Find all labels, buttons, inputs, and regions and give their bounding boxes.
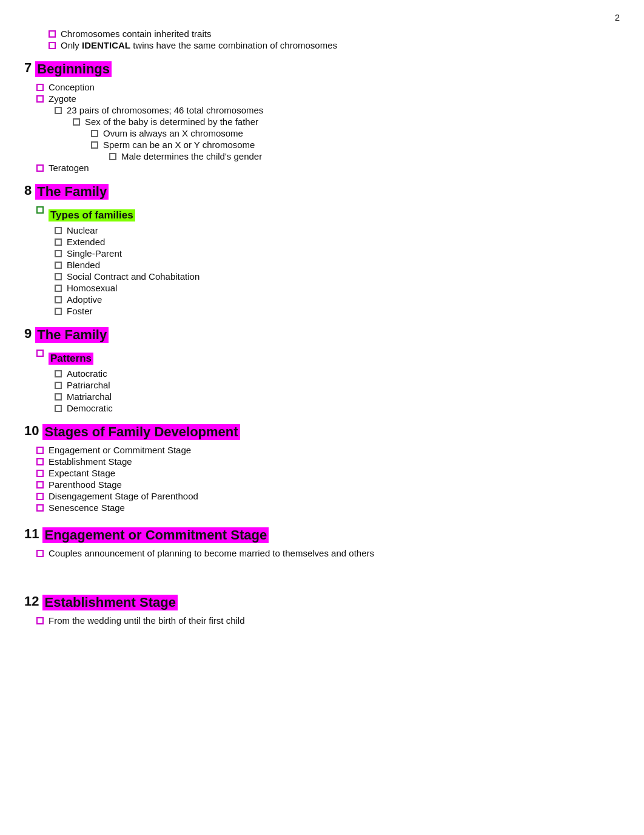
section-8-number: 8 [24, 183, 32, 198]
section-10: 10 Stages of Family Development Engageme… [24, 419, 620, 513]
section-7: 7 Beginnings Conception Zygote 23 pairs … [24, 56, 620, 173]
bullet-conception: Conception [24, 82, 620, 92]
spacer [24, 559, 620, 584]
section-12-title-row: 12 Establishment Stage [24, 590, 620, 613]
subsection-types-title: Types of families [24, 205, 620, 224]
bullet-couples-announcement: Couples announcement of planning to beco… [24, 548, 620, 558]
bullet-teratogen: Teratogen [24, 163, 620, 173]
bullet-icon [55, 227, 62, 234]
bullet-icon [36, 206, 44, 214]
bullet-identical-twins: Only IDENTICAL twins have the same combi… [36, 40, 620, 50]
section-10-title: Stages of Family Development [42, 424, 240, 440]
bullet-single-parent: Single-Parent [24, 248, 620, 259]
bullet-icon [55, 250, 62, 257]
section-9-number: 9 [24, 326, 32, 342]
bullet-extended: Extended [24, 237, 620, 247]
bullet-icon [36, 164, 44, 172]
bullet-autocratic: Autocratic [24, 368, 620, 379]
bullet-icon [73, 118, 80, 126]
bullet-icon [36, 504, 44, 512]
bullet-social-contract: Social Contract and Cohabitation [24, 271, 620, 282]
section-12-number: 12 [24, 593, 39, 609]
bullet-parenthood-stage: Parenthood Stage [24, 479, 620, 490]
section-11-title: Engagement or Commitment Stage [42, 527, 269, 543]
intro-section: Chromosomes contain inherited traits Onl… [24, 29, 620, 50]
bullet-icon [55, 308, 62, 315]
bullet-icon [36, 447, 44, 454]
bullet-icon [109, 153, 116, 160]
bullet-adoptive: Adoptive [24, 294, 620, 305]
bullet-expectant-stage: Expectant Stage [24, 468, 620, 478]
bullet-icon [36, 84, 44, 91]
bullet-nuclear: Nuclear [24, 225, 620, 235]
page-number: 2 [24, 12, 620, 22]
bullet-icon [55, 382, 62, 389]
bullet-engagement-stage: Engagement or Commitment Stage [24, 445, 620, 455]
bullet-wedding-birth: From the wedding until the birth of thei… [24, 615, 620, 626]
bullet-icon [36, 617, 44, 624]
bullet-homosexual: Homosexual [24, 283, 620, 293]
section-11-title-row: 11 Engagement or Commitment Stage [24, 522, 620, 546]
section-7-title-row: 7 Beginnings [24, 56, 620, 79]
bullet-icon [91, 141, 98, 149]
section-7-number: 7 [24, 60, 32, 76]
section-11: 11 Engagement or Commitment Stage Couple… [24, 522, 620, 558]
bullet-icon [36, 350, 44, 357]
types-of-families-label: Types of families [49, 209, 135, 221]
section-8: 8 The Family Types of families Nuclear E… [24, 179, 620, 316]
section-7-title: Beginnings [35, 61, 112, 77]
section-10-title-row: 10 Stages of Family Development [24, 419, 620, 442]
bullet-sex-determined: Sex of the baby is determined by the fat… [24, 117, 620, 127]
bullet-icon [55, 296, 62, 303]
bullet-foster: Foster [24, 306, 620, 316]
bullet-icon [55, 393, 62, 401]
bullet-establishment-stage: Establishment Stage [24, 456, 620, 467]
section-8-title: The Family [35, 184, 109, 200]
subsection-patterns-title: Patterns [24, 348, 620, 367]
bullet-icon [49, 30, 56, 38]
bullet-zygote: Zygote [24, 93, 620, 104]
section-10-number: 10 [24, 423, 39, 439]
bullet-icon [55, 273, 62, 280]
patterns-label: Patterns [49, 353, 93, 365]
bullet-icon [36, 95, 44, 103]
section-9-title: The Family [35, 327, 109, 343]
section-11-number: 11 [24, 526, 39, 542]
bullet-icon [55, 405, 62, 412]
bullet-icon [55, 262, 62, 269]
bullet-icon [55, 285, 62, 292]
bullet-icon [55, 107, 62, 114]
section-12-title: Establishment Stage [42, 595, 177, 610]
bullet-ovum-x: Ovum is always an X chromosome [24, 128, 620, 138]
section-9-title-row: 9 The Family [24, 322, 620, 345]
bullet-23pairs: 23 pairs of chromosomes; 46 total chromo… [24, 105, 620, 115]
bullet-chromosomes-inherited: Chromosomes contain inherited traits [36, 29, 620, 39]
bullet-disengagement-stage: Disengagement Stage of Parenthood [24, 491, 620, 501]
bullet-icon [91, 130, 98, 137]
bullet-icon [49, 42, 56, 49]
bullet-senescence-stage: Senescence Stage [24, 502, 620, 513]
bullet-icon [55, 238, 62, 246]
bullet-icon [36, 481, 44, 488]
bullet-icon [36, 458, 44, 465]
bullet-democratic: Democratic [24, 403, 620, 413]
section-12: 12 Establishment Stage From the wedding … [24, 590, 620, 626]
section-9: 9 The Family Patterns Autocratic Patriar… [24, 322, 620, 413]
bullet-blended: Blended [24, 260, 620, 270]
bullet-sperm-xy: Sperm can be an X or Y chromosome [24, 140, 620, 150]
section-8-title-row: 8 The Family [24, 179, 620, 202]
bullet-icon [36, 493, 44, 500]
bullet-male-gender: Male determines the child's gender [24, 151, 620, 161]
bullet-patriarchal: Patriarchal [24, 380, 620, 390]
bullet-icon [36, 470, 44, 477]
bullet-matriarchal: Matriarchal [24, 391, 620, 402]
bullet-icon [36, 550, 44, 557]
bullet-icon [55, 370, 62, 377]
